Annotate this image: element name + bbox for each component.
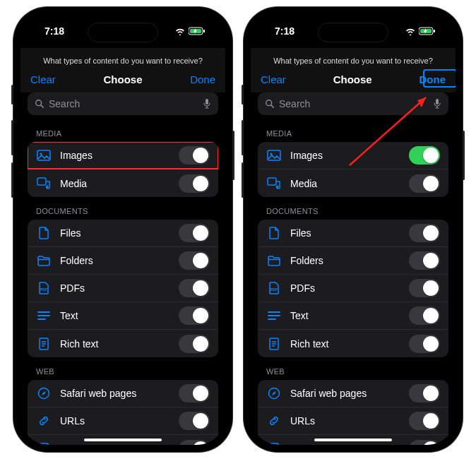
toggle-pdfs[interactable] bbox=[179, 279, 210, 297]
folder-icon bbox=[36, 253, 52, 268]
mic-icon[interactable] bbox=[203, 98, 211, 109]
row-safari[interactable]: Safari web pages bbox=[28, 380, 218, 407]
section-header-web: WEB bbox=[258, 357, 448, 380]
file-icon bbox=[266, 225, 282, 241]
row-urls[interactable]: URLs bbox=[28, 407, 218, 435]
toggle-images[interactable] bbox=[409, 146, 440, 165]
toggle-urls[interactable] bbox=[179, 412, 210, 430]
group-web: Safari web pages URLs Articles bbox=[28, 380, 218, 445]
wifi-icon bbox=[405, 27, 416, 35]
clear-button[interactable]: Clear bbox=[261, 73, 286, 85]
row-media[interactable]: Media bbox=[258, 169, 448, 197]
row-label: Text bbox=[60, 310, 179, 321]
svg-rect-6 bbox=[37, 150, 50, 160]
svg-rect-20 bbox=[40, 443, 48, 446]
svg-rect-31 bbox=[436, 99, 439, 105]
row-richtext[interactable]: Rich text bbox=[258, 330, 448, 357]
dynamic-island bbox=[88, 23, 158, 42]
mic-icon[interactable] bbox=[433, 98, 441, 109]
toggle-files[interactable] bbox=[179, 224, 210, 242]
group-media: Images Media bbox=[258, 142, 448, 197]
dynamic-island bbox=[318, 23, 388, 42]
row-label: PDFs bbox=[60, 282, 179, 294]
toggle-files[interactable] bbox=[409, 224, 440, 242]
battery-icon bbox=[419, 27, 436, 35]
svg-rect-46 bbox=[270, 443, 278, 446]
wifi-icon bbox=[174, 27, 186, 35]
row-safari[interactable]: Safari web pages bbox=[258, 380, 448, 407]
row-label: Safari web pages bbox=[290, 388, 409, 399]
phone-mockup-left: 7:18 What types of content do you want t… bbox=[13, 7, 232, 452]
toggle-articles[interactable] bbox=[409, 440, 440, 446]
row-text[interactable]: Text bbox=[258, 302, 448, 330]
row-label: Text bbox=[290, 310, 409, 321]
svg-rect-34 bbox=[268, 178, 276, 185]
svg-line-30 bbox=[271, 105, 274, 108]
row-label: URLs bbox=[290, 415, 409, 427]
phone-mockup-right: 7:18 What types of content do you want t… bbox=[244, 7, 463, 452]
search-field[interactable]: Search bbox=[258, 93, 448, 115]
toggle-images[interactable] bbox=[179, 146, 210, 165]
nav-title: Choose bbox=[103, 73, 142, 85]
pdf-icon: PDF bbox=[266, 280, 282, 296]
row-label: Media bbox=[290, 178, 409, 189]
svg-text:PDF: PDF bbox=[40, 287, 47, 292]
row-label: Images bbox=[60, 150, 179, 161]
row-label: Folders bbox=[290, 255, 409, 266]
row-text[interactable]: Text bbox=[28, 302, 218, 330]
link-icon bbox=[266, 413, 282, 429]
nav-bar: Clear Choose Done bbox=[251, 71, 456, 93]
search-icon bbox=[265, 99, 275, 109]
toggle-safari[interactable] bbox=[179, 384, 210, 403]
group-web: Safari web pages URLs Articles bbox=[258, 380, 448, 445]
done-button[interactable]: Done bbox=[190, 73, 215, 85]
row-folders[interactable]: Folders bbox=[258, 247, 448, 275]
toggle-folders[interactable] bbox=[179, 251, 210, 270]
pdf-icon: PDF bbox=[36, 280, 52, 296]
section-header-media: MEDIA bbox=[28, 119, 218, 142]
row-media[interactable]: Media bbox=[28, 169, 218, 197]
toggle-richtext[interactable] bbox=[409, 335, 440, 353]
nav-bar: Clear Choose Done bbox=[20, 71, 225, 93]
toggle-pdfs[interactable] bbox=[409, 279, 440, 297]
safari-icon bbox=[266, 386, 282, 401]
clear-button[interactable]: Clear bbox=[30, 73, 56, 85]
row-label: Folders bbox=[60, 255, 179, 266]
svg-line-4 bbox=[41, 105, 44, 108]
group-documents: Files Folders PDF PDFs Text bbox=[28, 220, 218, 357]
photo-icon bbox=[36, 148, 52, 163]
home-indicator[interactable] bbox=[84, 439, 162, 441]
toggle-richtext[interactable] bbox=[179, 335, 210, 353]
row-files[interactable]: Files bbox=[258, 220, 448, 247]
content-list[interactable]: MEDIA Images Media DOCUMENTS Files bbox=[251, 119, 456, 445]
toggle-articles[interactable] bbox=[179, 440, 210, 446]
toggle-media[interactable] bbox=[179, 174, 210, 193]
search-field[interactable]: Search bbox=[28, 93, 218, 115]
row-images[interactable]: Images bbox=[28, 142, 218, 169]
row-urls[interactable]: URLs bbox=[258, 407, 448, 435]
content-list[interactable]: MEDIA Images Media DOCUMENTS bbox=[20, 119, 225, 445]
safari-icon bbox=[36, 386, 52, 401]
toggle-safari[interactable] bbox=[409, 384, 440, 403]
row-pdfs[interactable]: PDF PDFs bbox=[28, 275, 218, 302]
toggle-text[interactable] bbox=[409, 306, 440, 325]
home-indicator[interactable] bbox=[314, 439, 392, 441]
toggle-folders[interactable] bbox=[409, 251, 440, 270]
toggle-urls[interactable] bbox=[409, 412, 440, 430]
row-files[interactable]: Files bbox=[28, 220, 218, 247]
row-pdfs[interactable]: PDF PDFs bbox=[258, 275, 448, 302]
row-images[interactable]: Images bbox=[258, 142, 448, 169]
row-richtext[interactable]: Rich text bbox=[28, 330, 218, 357]
photo-icon bbox=[266, 148, 282, 163]
search-placeholder: Search bbox=[49, 98, 80, 109]
done-button[interactable]: Done bbox=[420, 73, 446, 85]
row-folders[interactable]: Folders bbox=[28, 247, 218, 275]
toggle-media[interactable] bbox=[409, 174, 440, 193]
section-header-documents: DOCUMENTS bbox=[258, 197, 448, 220]
group-documents: Files Folders PDF PDFs Text bbox=[258, 220, 448, 357]
row-label: Articles bbox=[290, 443, 409, 446]
richtext-icon bbox=[36, 336, 52, 352]
text-icon bbox=[36, 308, 52, 323]
row-label: Articles bbox=[60, 443, 179, 446]
toggle-text[interactable] bbox=[179, 306, 210, 325]
